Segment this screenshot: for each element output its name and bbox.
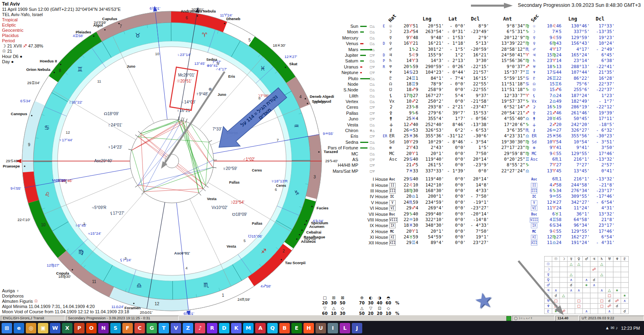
house-declination: -19°1' <box>466 200 489 205</box>
taskbar-icon[interactable]: O <box>86 323 97 333</box>
antiscia: 29°59'8"♍ <box>489 151 529 157</box>
house-row[interactable]: XI HouseXI24♉5954°59'0°0'19°1'XI12♍27162… <box>321 234 640 240</box>
planet-row[interactable]: Vesta□△⚶12♐40252°40'8°46'-13°38'17°20'6"… <box>321 122 640 128</box>
planet-row[interactable]: Juno□▽⚵25♓4355°4'1°7'- 0°56'4°55'40"♎⚵20… <box>321 116 640 122</box>
taskbar-icon[interactable]: V <box>171 323 181 333</box>
grid-cell <box>590 262 598 267</box>
taskbar-icon[interactable]: E <box>291 323 302 333</box>
aspect-marks: ⊞△ <box>370 128 383 133</box>
taskbar-icon[interactable]: A <box>255 323 266 333</box>
planet-row[interactable]: Mars/Sat MP□▽7♓33337°33'- 1°39'0°0'22°27… <box>321 168 640 174</box>
sec-house-longitude: 244°58' <box>561 182 590 188</box>
planet-row[interactable]: Mercury□△☿9♈489°48'- 1°53'2°9'20°12'9"♍☿… <box>321 35 640 41</box>
planet-row[interactable]: Ceres□▽⚳23♑8293°8'- 2°21'-23°47'6°52'14"… <box>321 104 640 110</box>
house-row[interactable]: III HouseIII18♍30168°30'0°0'4°33'III6♑34… <box>321 188 640 194</box>
grid-cell: ∧ <box>575 288 583 293</box>
planet-row[interactable]: Mars⊞△♂1♑2301°2'- 1°5'-20°59'28°58'12"♏♂… <box>321 47 640 52</box>
house-latitude: 0°0' <box>444 223 466 228</box>
taskbar-icon[interactable]: e <box>14 323 24 333</box>
antiscia: 28°58'12"♏ <box>489 47 529 52</box>
planet-row[interactable]: MC□△MC20♈120°1'0°0'7°50'29°59'8"♍MC9♌551… <box>321 151 640 157</box>
planet-row[interactable]: Pluto□△♇24♊184°1'- 7°4'16°15'5°59'15"♋♇2… <box>321 76 640 81</box>
house-row[interactable]: VI HouseVI29♐4269°4'0°0'-23°27'VI11♈2411… <box>321 205 640 211</box>
house-row[interactable]: II HouseII22♌10142°10'0°0'14°8'II4♐58244… <box>321 182 640 188</box>
natal-position: 20♈1 <box>396 151 418 157</box>
house-row[interactable]: I HouseAsc29♋40119°40'0°0'20°14'Asc6♏121… <box>321 176 640 182</box>
planet-row[interactable]: Pars of Fortune□△⊗2♈432°43'0°0'1°5'27°17… <box>321 145 640 151</box>
planet-row[interactable]: Node□△☊18♊978°9'- 0°0'22°55'11°51'18"♋☊1… <box>321 81 640 87</box>
taskbar-icon[interactable]: L <box>340 323 350 333</box>
planet-row[interactable]: AS□▽Asc29♋40119°40'0°0'20°14'0°20'25"♊As… <box>321 157 640 162</box>
taskbar-icon[interactable]: R <box>207 323 217 333</box>
sec-longitude: 187°24' <box>561 93 590 99</box>
taskbar-icon[interactable]: X <box>62 323 72 333</box>
planet-row[interactable]: Pallas□▽⚴9♑6279°6'39°7'15°53'20°54'21"♐⚴… <box>321 110 640 116</box>
tray-icons[interactable]: ▲ ✉ ♪ <box>605 325 618 331</box>
taskbar-icon[interactable]: T <box>159 323 169 333</box>
wheel-sec-planet: ♃15°24' <box>87 231 101 236</box>
planet-row[interactable]: Venus□△D♀16♈2116°21'- 1°18'5°13'13°39'22… <box>321 41 640 46</box>
planet-row[interactable]: Uranus□▽R♅20♑59290°59'- 0°26'-22°15'9°0'… <box>321 64 640 70</box>
grid-cell: ☌ <box>621 309 629 314</box>
planet-row[interactable]: H4/H8 MP□▽21♐5261°5'0°0'-23°9'8°55'2"♑7♈… <box>321 162 640 168</box>
natal-longitude: 9°48' <box>418 35 444 41</box>
natal-longitude: 326°53' <box>418 128 444 133</box>
planet-row[interactable]: Sun□△E☉20♈5120°51'- 0°0'8°9'9°8'34"♍☉10♌… <box>321 23 640 29</box>
taskbar-icon[interactable]: U <box>316 323 326 333</box>
taskbar-icon[interactable]: N <box>98 323 109 333</box>
house-row[interactable]: VII HouseDsc29♑40299°40'0°0'-20°14'Dsc6♉… <box>321 211 640 217</box>
taskbar-clock[interactable]: 12:23 PM <box>621 326 640 331</box>
planet-row[interactable]: S.Node□△☋18♐9258°9'0°0'-22°55'11°51'18"♑… <box>321 87 640 93</box>
house-row[interactable]: IV HouseIC20♎1200°1'0°0'- 7°50'IC9♒55309… <box>321 194 640 199</box>
start-button[interactable]: ⊞ <box>2 323 12 333</box>
taskbar-icon[interactable]: ▣ <box>38 323 48 333</box>
planet-row[interactable]: Saturn□△P♄14♈314°3'- 2°13'3°30'15°56'36"… <box>321 58 640 64</box>
natal-declination: 15°53' <box>466 110 489 116</box>
house-row[interactable]: VIII HouseVIII22♒10322°10'0°0'-14°8'VIII… <box>321 217 640 223</box>
taskbar-icon[interactable]: Z <box>183 323 193 333</box>
taskbar-icon[interactable]: G <box>147 323 157 333</box>
house-latitude: 0°0' <box>444 205 466 211</box>
taskbar-icon[interactable]: J <box>352 323 362 333</box>
grid-cell <box>583 267 590 272</box>
planet-row[interactable]: Vertex□△Vx10♐2250°2'0°0'-21°58'19°57'37"… <box>321 99 640 104</box>
orb-value: 30 <box>366 300 375 306</box>
taskbar-icon[interactable]: H <box>303 323 314 333</box>
taskbar-icon[interactable]: W <box>50 323 60 333</box>
planet-row[interactable]: Jupiter□▽D♃5♌9155°9'1°2'16°21'24°50'41"♈… <box>321 52 640 58</box>
taskbar-icon[interactable]: B <box>279 323 290 333</box>
taskbar-icon[interactable]: ◎ <box>26 323 36 333</box>
taskbar-icon[interactable]: I <box>328 323 338 333</box>
taskbar-icon[interactable]: M <box>243 323 254 333</box>
planet-row[interactable]: Lilith□△⚸17♍27167°27'5°4'9°37'12°33'7"♈⚸… <box>321 93 640 99</box>
house-row[interactable]: IX HouseIX18♓30348°30'0°0'- 4°33'IX6♋349… <box>321 223 640 228</box>
taskbar-icon[interactable]: D <box>219 323 229 333</box>
wheel-natal-planet: Pallas <box>229 180 239 184</box>
planet-row[interactable]: Moon□△☽23♐54263°54'- 0°31'-23°49'6°5'31"… <box>321 29 640 35</box>
planet-row[interactable]: Chiron⊞△⚷26♒53326°53'6°2'- 6°53'3°6'35"♏… <box>321 128 640 133</box>
planet-glyph: ☊ <box>389 81 396 87</box>
taskbar-icon[interactable]: F <box>122 323 133 333</box>
planet-glyph: ER <box>389 133 396 139</box>
taskbar-icon[interactable]: ♪ <box>195 323 205 333</box>
aspect-strength-bar <box>359 157 370 162</box>
planet-name: AS <box>321 157 359 162</box>
taskbar-icon[interactable]: S <box>110 323 121 333</box>
house-row[interactable]: V HouseV24♏59234°59'0°0'-19°1'V12♓27342°… <box>321 200 640 205</box>
taskbar-icon[interactable]: K <box>231 323 242 333</box>
planet-row[interactable]: Neptune□▽♆14♋23104°23'- 0°44'21°57'15°37… <box>321 70 640 75</box>
sec-house-longitude: 162°27' <box>561 234 590 240</box>
taskbar-icon[interactable]: Q <box>267 323 278 333</box>
house-row[interactable]: X HouseMC20♈120°1'0°0'7°50'MC9♌55129°55'… <box>321 229 640 234</box>
natal-declination: 8°9' <box>466 23 489 29</box>
planet-glyph: Vx <box>389 99 396 104</box>
natal-latitude: 0°0' <box>444 151 466 157</box>
sec-declination: 2°57' <box>590 162 615 168</box>
taskbar-icon[interactable]: P <box>74 323 85 333</box>
taskbar-icon[interactable]: C <box>134 323 145 333</box>
house-row[interactable]: XII HouseXII29♊489°4'0°0'23°27'XII11♎241… <box>321 240 640 246</box>
natal-house-number: 9 <box>217 61 219 66</box>
planet-row[interactable]: Sedna□△Sd10♈2910°29'- 8°46'- 3°54'19°30'… <box>321 139 640 145</box>
planet-row[interactable]: Eris□▽ERER25♓36355°36'-31°12'-30°6'4°23'… <box>321 133 640 139</box>
zodiac-sign-glyph: ♓ <box>260 65 265 72</box>
